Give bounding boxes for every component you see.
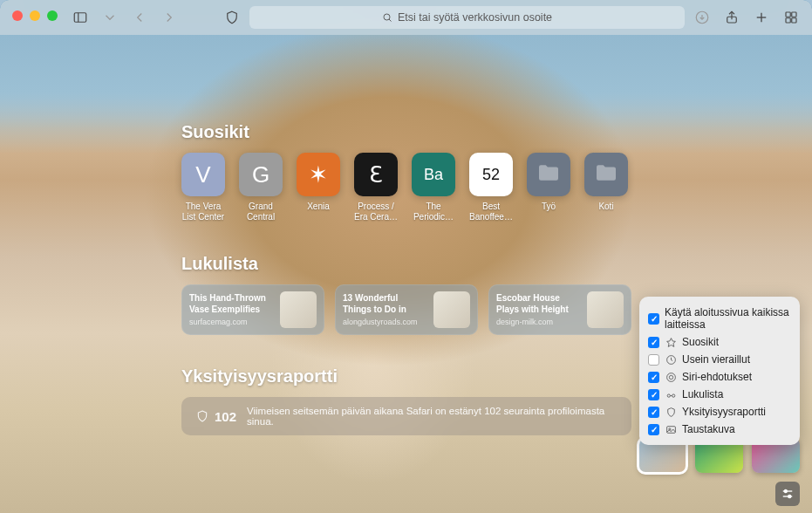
reading-card-source: design-milk.com: [496, 318, 580, 326]
favorite-tile: Ɛ: [354, 153, 398, 196]
settings-row[interactable]: Usein vieraillut: [645, 351, 795, 368]
favorite-label: The Periodic…: [412, 202, 455, 222]
favorite-item[interactable]: ✶Xenia: [297, 153, 340, 222]
checkbox[interactable]: [648, 354, 659, 366]
svg-rect-0: [74, 13, 86, 23]
checkbox-sync[interactable]: [648, 313, 659, 325]
settings-row-label: Siri-ehdotukset: [682, 371, 752, 383]
svg-rect-9: [792, 12, 796, 17]
checkbox[interactable]: [648, 337, 659, 348]
privacy-report-card[interactable]: 102 Viimeisen seitsemän päivän aikana Sa…: [181, 397, 631, 435]
svg-rect-8: [786, 12, 790, 17]
shield-icon: [665, 406, 677, 418]
reading-heading: Lukulista: [181, 254, 812, 274]
privacy-summary-text: Viimeisen seitsemän päivän aikana Safari…: [247, 406, 618, 427]
clock-icon: [665, 353, 677, 366]
chevron-down-icon[interactable]: [101, 9, 119, 26]
settings-sync-row[interactable]: Käytä aloitussivua kaikissa laitteissa: [645, 304, 795, 333]
favorite-tile: 52: [469, 153, 513, 196]
favorite-tile: V: [181, 153, 225, 196]
favorite-item[interactable]: VThe Vera List Center: [181, 153, 225, 222]
checkbox[interactable]: [648, 389, 659, 400]
svg-marker-12: [666, 338, 675, 346]
close-window-button[interactable]: [12, 10, 23, 21]
favorite-label: Best Banoffee…: [469, 202, 513, 222]
svg-point-21: [784, 490, 787, 493]
favorite-tile: Ba: [412, 153, 455, 196]
favorite-tile: [527, 153, 570, 196]
start-page-settings-popover: Käytä aloitussivua kaikissa laitteissa S…: [639, 297, 800, 445]
favorite-item[interactable]: Koti: [584, 153, 628, 222]
favorite-item[interactable]: GGrand Central M…: [239, 153, 283, 222]
settings-row[interactable]: Yksityisyysraportti: [645, 403, 795, 421]
back-button-icon[interactable]: [131, 9, 148, 26]
favorite-item[interactable]: Työ: [527, 153, 570, 222]
favorites-heading: Suosikit: [181, 122, 812, 142]
tab-overview-icon[interactable]: [782, 9, 800, 26]
favorite-tile: [584, 153, 628, 196]
checkbox[interactable]: [648, 424, 659, 435]
forward-button-icon[interactable]: [160, 9, 178, 26]
customize-start-page-button[interactable]: [775, 482, 800, 506]
photo-icon: [665, 423, 677, 435]
reading-card-thumb: [587, 291, 624, 328]
reading-list-card[interactable]: 13 Wonderful Things to Do in Cartagena a…: [335, 284, 478, 335]
reading-list-card[interactable]: This Hand-Thrown Vase Exemplifies Why Ce…: [181, 284, 324, 335]
settings-row[interactable]: Taustakuva: [645, 421, 795, 438]
svg-point-14: [666, 373, 675, 381]
minimize-window-button[interactable]: [30, 10, 40, 21]
settings-row-label: Yksityisyysraportti: [682, 406, 766, 418]
svg-rect-11: [792, 18, 796, 23]
settings-row-label: Usein vieraillut: [682, 353, 750, 366]
checkbox[interactable]: [648, 407, 659, 418]
reading-card-thumb: [433, 291, 470, 328]
reading-card-source: alongdustyroads.com: [343, 318, 426, 326]
address-placeholder: Etsi tai syötä verkkosivun osoite: [398, 11, 552, 24]
favorite-tile: G: [239, 153, 283, 196]
reading-card-source: surfacemag.com: [189, 318, 273, 326]
reading-list-card[interactable]: Escobar House Plays with Height and Line…: [488, 284, 631, 335]
favorite-label: Xenia: [307, 202, 330, 222]
reading-card-title: This Hand-Thrown Vase Exemplifies Why Ce…: [189, 293, 273, 316]
new-tab-icon[interactable]: [753, 9, 770, 26]
settings-row-label: Suosikit: [682, 336, 719, 348]
fullscreen-window-button[interactable]: [47, 10, 58, 21]
favorite-label: Process / Era Cera…: [354, 202, 398, 222]
favorite-label: Grand Central M…: [239, 202, 283, 222]
privacy-count: 102: [195, 408, 236, 424]
star-icon: [665, 336, 677, 348]
downloads-icon[interactable]: [693, 9, 711, 26]
checkbox[interactable]: [648, 372, 659, 383]
favorite-label: The Vera List Center: [181, 202, 225, 222]
svg-point-16: [667, 393, 670, 396]
settings-row-label: Taustakuva: [682, 423, 735, 435]
favorite-item[interactable]: BaThe Periodic…: [412, 153, 455, 222]
address-bar[interactable]: Etsi tai syötä verkkosivun osoite: [249, 6, 685, 29]
settings-sync-label: Käytä aloitussivua kaikissa laitteissa: [665, 306, 791, 331]
favorite-item[interactable]: ƐProcess / Era Cera…: [354, 153, 398, 222]
svg-rect-10: [786, 18, 790, 23]
reading-card-title: 13 Wonderful Things to Do in Cartagena: [343, 293, 426, 316]
privacy-shield-icon[interactable]: [223, 9, 241, 26]
favorite-label: Koti: [598, 202, 613, 222]
share-icon[interactable]: [723, 9, 740, 26]
window-controls: [12, 10, 58, 21]
reading-card-title: Escobar House Plays with Height and Line…: [496, 293, 580, 316]
folder-icon: [594, 161, 618, 188]
siri-icon: [665, 371, 677, 383]
glasses-icon: [665, 388, 677, 400]
svg-point-17: [672, 393, 674, 396]
favorite-label: Työ: [542, 202, 556, 222]
settings-row[interactable]: Suosikit: [645, 333, 795, 351]
svg-point-23: [788, 496, 791, 498]
svg-line-3: [389, 19, 392, 22]
settings-row[interactable]: Lukulista: [645, 386, 795, 403]
svg-point-15: [669, 375, 672, 379]
svg-point-2: [384, 14, 390, 20]
sidebar-toggle-icon[interactable]: [72, 9, 89, 26]
toolbar: Etsi tai syötä verkkosivun osoite: [0, 0, 812, 35]
favorite-item[interactable]: 52Best Banoffee…: [469, 153, 513, 222]
settings-row-label: Lukulista: [682, 388, 723, 400]
reading-card-thumb: [280, 291, 317, 328]
settings-row[interactable]: Siri-ehdotukset: [645, 368, 795, 386]
